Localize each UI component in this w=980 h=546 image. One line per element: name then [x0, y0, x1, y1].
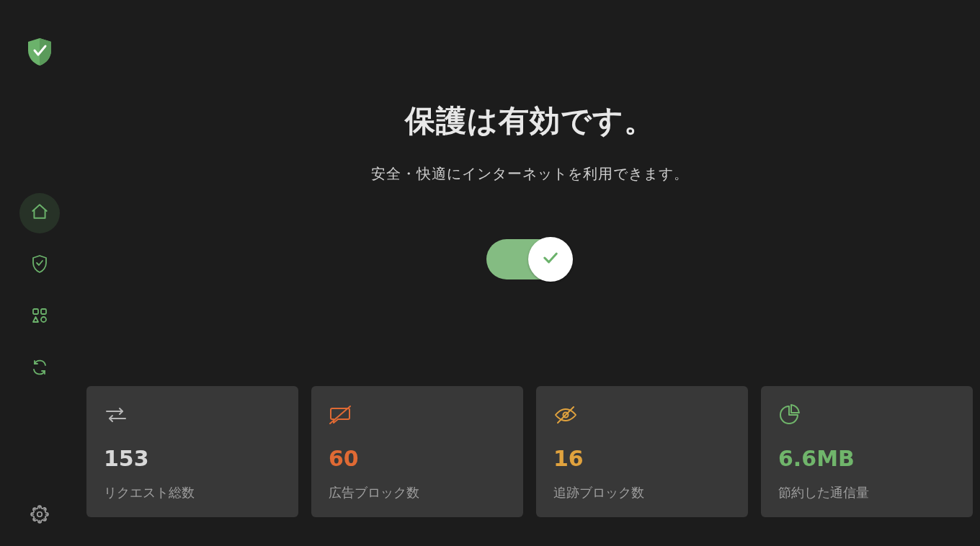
card-trackers-blocked[interactable]: 16 追跡ブロック数 [536, 386, 748, 517]
card-data-value: 6.6MB [778, 448, 956, 470]
transfer-arrows-icon [104, 403, 281, 426]
check-icon [540, 248, 561, 271]
nav-apps[interactable] [19, 297, 60, 337]
eye-off-icon [553, 403, 731, 426]
nav-home[interactable] [19, 193, 60, 233]
card-trackers-value: 16 [553, 448, 731, 470]
hero: 保護は有効です。 安全・快適にインターネットを利用できます。 [79, 0, 980, 282]
card-ads-value: 60 [329, 448, 506, 470]
card-requests[interactable]: 153 リクエスト総数 [86, 386, 298, 517]
card-requests-label: リクエスト総数 [104, 484, 281, 501]
card-data-saved[interactable]: 6.6MB 節約した通信量 [761, 386, 973, 517]
svg-rect-1 [41, 309, 46, 314]
toggle-thumb [528, 237, 573, 282]
stats-cards: 153 リクエスト総数 60 広告ブロック数 16 追跡ブ [86, 386, 973, 517]
no-chat-icon [329, 403, 506, 426]
nav-settings[interactable] [0, 496, 79, 536]
svg-rect-0 [33, 309, 38, 314]
app-logo-shield-icon [27, 37, 53, 66]
nav-updates[interactable] [19, 349, 60, 389]
card-requests-value: 153 [104, 448, 281, 470]
nav-protection[interactable] [19, 245, 60, 285]
sidebar-nav [0, 193, 79, 389]
protection-toggle[interactable] [486, 237, 573, 282]
gear-icon [30, 505, 49, 527]
sync-icon [31, 359, 48, 379]
card-ads-label: 広告ブロック数 [329, 484, 506, 501]
card-ads-blocked[interactable]: 60 広告ブロック数 [311, 386, 523, 517]
protection-status-subtitle: 安全・快適にインターネットを利用できます。 [79, 164, 980, 184]
shield-outline-icon [31, 254, 48, 276]
card-data-label: 節約した通信量 [778, 484, 956, 501]
card-trackers-label: 追跡ブロック数 [553, 484, 731, 501]
pie-chart-icon [778, 403, 956, 426]
sidebar [0, 0, 79, 546]
apps-grid-icon [31, 307, 48, 327]
svg-point-3 [37, 512, 43, 517]
protection-status-title: 保護は有効です。 [79, 101, 980, 141]
svg-point-2 [41, 317, 46, 322]
home-icon [30, 202, 49, 224]
main-content: 保護は有効です。 安全・快適にインターネットを利用できます。 [79, 0, 980, 546]
